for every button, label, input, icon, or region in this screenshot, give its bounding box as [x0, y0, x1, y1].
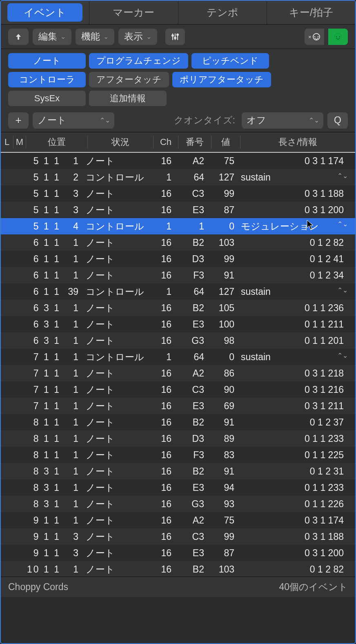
cell-value[interactable]: 91 — [209, 270, 238, 281]
tab-markers[interactable]: マーカー — [89, 1, 178, 24]
cell-status[interactable]: ノート — [82, 514, 152, 527]
col-status[interactable]: 状況 — [88, 136, 153, 148]
cell-channel[interactable]: 16 — [152, 188, 176, 199]
cell-subposition[interactable]: 1 — [62, 270, 82, 281]
cell-length[interactable]: 0 3 1 174 — [238, 515, 355, 526]
cell-length[interactable]: 0 1 1 226 — [238, 499, 355, 510]
cell-channel[interactable]: 16 — [152, 319, 176, 330]
cell-value[interactable]: 99 — [209, 188, 238, 199]
cell-length[interactable]: 0 1 1 201 — [238, 335, 355, 346]
cell-position[interactable]: 6 3 1 — [25, 303, 62, 314]
cell-position[interactable]: 5 1 1 — [25, 172, 62, 183]
cell-value[interactable]: 105 — [209, 303, 238, 314]
cell-subposition[interactable]: 4 — [62, 221, 82, 232]
cell-subposition[interactable]: 1 — [62, 156, 82, 167]
cell-position[interactable]: 6 1 1 — [25, 237, 62, 248]
cell-status[interactable]: ノート — [82, 302, 152, 314]
cell-length[interactable]: 0 1 1 225 — [238, 450, 355, 461]
cell-position[interactable]: 6 1 1 — [25, 254, 62, 265]
cell-value[interactable]: 87 — [209, 205, 238, 216]
cell-channel[interactable]: 16 — [152, 237, 176, 248]
cell-number[interactable]: B2 — [176, 237, 209, 248]
filter-program-change[interactable]: プログラムチェンジ — [89, 53, 188, 69]
cell-length[interactable]: 0 1 2 41 — [238, 254, 355, 265]
cell-number[interactable]: G3 — [176, 335, 209, 346]
tab-events[interactable]: イベント — [1, 1, 89, 24]
table-row[interactable]: 8 1 11ノート16B2910 1 2 37 — [1, 414, 355, 430]
cell-subposition[interactable]: 1 — [62, 254, 82, 265]
cell-number[interactable]: E3 — [176, 482, 209, 493]
cell-position[interactable]: 7 1 1 — [25, 368, 62, 379]
filter-controller[interactable]: コントローラ — [8, 72, 86, 87]
cell-length[interactable]: 0 1 2 37 — [238, 417, 355, 428]
cell-channel[interactable]: 1 — [152, 172, 176, 183]
filter-poly-aftertouch[interactable]: ポリアフタータッチ — [172, 72, 271, 87]
filter-sysex[interactable]: SysEx — [8, 91, 86, 106]
table-row[interactable]: 10 1 11ノート16B21030 1 2 82 — [1, 561, 355, 577]
midi-in-button[interactable] — [328, 29, 348, 45]
cell-length[interactable]: 0 1 1 233 — [238, 482, 355, 493]
cell-status[interactable]: ノート — [82, 563, 152, 576]
cell-position[interactable]: 9 1 1 — [25, 531, 62, 542]
quantize-button[interactable]: Q — [327, 112, 348, 129]
cell-channel[interactable]: 16 — [152, 564, 176, 575]
catch-button[interactable] — [165, 29, 185, 45]
table-row[interactable]: 5 1 11ノート16A2750 3 1 174 — [1, 153, 355, 169]
cell-position[interactable]: 7 1 1 — [25, 401, 62, 412]
cell-length[interactable]: 0 3 1 200 — [238, 548, 355, 559]
cell-number[interactable]: C3 — [176, 384, 209, 395]
cell-status[interactable]: ノート — [82, 449, 152, 461]
cell-channel[interactable]: 16 — [152, 303, 176, 314]
cell-value[interactable]: 103 — [209, 564, 238, 575]
cell-length[interactable]: 0 3 1 218 — [238, 368, 355, 379]
cell-value[interactable]: 103 — [209, 237, 238, 248]
cell-position[interactable]: 6 3 1 — [25, 319, 62, 330]
cell-info[interactable]: モジュレーション⌃⌄ — [238, 220, 355, 233]
cell-length[interactable]: 0 3 1 216 — [238, 384, 355, 395]
cell-channel[interactable]: 1 — [152, 221, 176, 232]
cell-position[interactable]: 6 3 1 — [25, 335, 62, 346]
table-row[interactable]: 7 1 11コントロール1640sustain⌃⌄ — [1, 349, 355, 365]
midi-out-button[interactable]: × — [305, 29, 324, 45]
cell-status[interactable]: ノート — [82, 465, 152, 478]
cell-number[interactable]: 64 — [176, 172, 209, 183]
cell-value[interactable]: 99 — [209, 254, 238, 265]
cell-channel[interactable]: 16 — [152, 482, 176, 493]
cell-channel[interactable]: 1 — [152, 286, 176, 297]
cell-number[interactable]: E3 — [176, 319, 209, 330]
cell-position[interactable]: 7 1 1 — [25, 384, 62, 395]
cell-number[interactable]: 64 — [176, 352, 209, 363]
filter-aftertouch[interactable]: アフタータッチ — [89, 72, 169, 87]
cell-number[interactable]: B2 — [176, 466, 209, 477]
cell-position[interactable]: 6 1 1 — [25, 286, 62, 297]
cell-subposition[interactable]: 3 — [62, 548, 82, 559]
cell-channel[interactable]: 16 — [152, 384, 176, 395]
cell-position[interactable]: 9 1 1 — [25, 515, 62, 526]
cell-value[interactable]: 83 — [209, 450, 238, 461]
cell-status[interactable]: ノート — [82, 367, 152, 380]
cell-channel[interactable]: 16 — [152, 205, 176, 216]
cell-subposition[interactable]: 1 — [62, 450, 82, 461]
cell-channel[interactable]: 16 — [152, 548, 176, 559]
cell-number[interactable]: F3 — [176, 450, 209, 461]
cell-position[interactable]: 8 1 1 — [25, 433, 62, 444]
cell-channel[interactable]: 16 — [152, 515, 176, 526]
cell-subposition[interactable]: 3 — [62, 205, 82, 216]
cell-number[interactable]: C3 — [176, 188, 209, 199]
cell-position[interactable]: 7 1 1 — [25, 352, 62, 363]
cell-subposition[interactable]: 1 — [62, 352, 82, 363]
cell-channel[interactable]: 1 — [152, 352, 176, 363]
cell-subposition[interactable]: 39 — [62, 286, 82, 297]
cell-number[interactable]: E3 — [176, 401, 209, 412]
cell-channel[interactable]: 16 — [152, 368, 176, 379]
table-row[interactable]: 6 3 11ノート16G3980 1 1 201 — [1, 332, 355, 349]
table-row[interactable]: 8 3 11ノート16B2910 1 2 31 — [1, 463, 355, 479]
cell-channel[interactable]: 16 — [152, 156, 176, 167]
cell-value[interactable]: 91 — [209, 466, 238, 477]
cell-number[interactable]: F3 — [176, 270, 209, 281]
filter-note[interactable]: ノート — [8, 53, 86, 69]
cell-info[interactable]: sustain⌃⌄ — [238, 172, 355, 183]
cell-subposition[interactable]: 2 — [62, 172, 82, 183]
cell-subposition[interactable]: 3 — [62, 188, 82, 199]
table-row[interactable]: 7 1 11ノート16C3900 3 1 216 — [1, 381, 355, 398]
